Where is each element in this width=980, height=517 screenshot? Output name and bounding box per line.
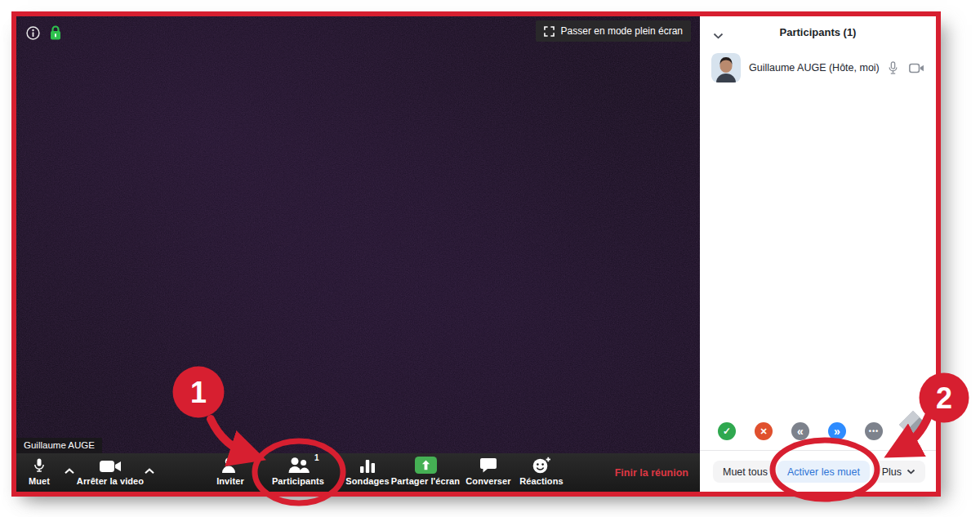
video-camera-icon (100, 457, 122, 474)
feedback-faster-icon[interactable]: » (828, 422, 846, 440)
panel-title: Participants (1) (700, 26, 936, 38)
panel-footer: Muet tous Activer les muet Plus (700, 450, 936, 492)
end-meeting-button[interactable]: Finir la réunion (615, 453, 688, 492)
self-name-tag: Guillaume AUGE (16, 438, 102, 453)
invite-button[interactable]: Inviter (198, 457, 263, 486)
fullscreen-label: Passer en mode plein écran (561, 25, 683, 37)
more-button[interactable]: Plus (872, 461, 925, 483)
invite-person-icon (220, 457, 241, 474)
fullscreen-icon (544, 26, 555, 37)
meeting-toolbar: Muet Arrêter la video Inviter (16, 453, 700, 492)
mute-all-button[interactable]: Muet tous (713, 461, 777, 483)
microphone-icon (31, 457, 47, 474)
participant-mic-icon[interactable] (888, 61, 898, 75)
feedback-more-icon[interactable]: ••• (865, 422, 883, 440)
participants-icon: 1 (287, 457, 310, 474)
feedback-yes-icon[interactable]: ✓ (718, 422, 736, 440)
chat-bubble-icon (479, 457, 497, 474)
feedback-no-icon[interactable]: ✕ (755, 422, 773, 440)
share-screen-button[interactable]: Partager l'écran (385, 457, 466, 486)
encryption-lock-icon[interactable] (49, 25, 62, 41)
share-screen-icon (415, 457, 437, 474)
video-area: Passer en mode plein écran Guillaume AUG… (16, 16, 700, 492)
participants-panel: Participants (1) Guillaume AUGE (Hôte, m… (700, 16, 936, 492)
feedback-slower-icon[interactable]: « (791, 422, 809, 440)
info-icon[interactable] (26, 26, 40, 40)
video-noise-texture (16, 16, 700, 492)
video-options-chevron-up[interactable] (144, 463, 155, 478)
participant-camera-icon[interactable] (909, 63, 924, 74)
participant-row[interactable]: Guillaume AUGE (Hôte, moi) (700, 49, 936, 87)
participant-avatar (711, 53, 741, 82)
nonverbal-feedback-row: ✓ ✕ « » ••• (700, 422, 936, 441)
unmute-all-button[interactable]: Activer les muet (777, 461, 870, 483)
bar-chart-icon (359, 457, 376, 474)
mute-button[interactable]: Muet (18, 457, 60, 486)
screenshot-frame: Passer en mode plein écran Guillaume AUG… (11, 11, 941, 497)
chevron-down-icon (906, 469, 915, 475)
smiley-plus-icon (532, 457, 551, 474)
more-button-label: Plus (882, 466, 902, 478)
stop-video-button[interactable]: Arrêter la video (70, 457, 150, 486)
participant-name: Guillaume AUGE (Hôte, moi) (749, 62, 880, 74)
fullscreen-button[interactable]: Passer en mode plein écran (536, 20, 691, 42)
participants-count-badge: 1 (314, 453, 319, 462)
participants-button[interactable]: 1 Participants (265, 457, 331, 486)
reactions-button[interactable]: Réactions (509, 457, 574, 486)
